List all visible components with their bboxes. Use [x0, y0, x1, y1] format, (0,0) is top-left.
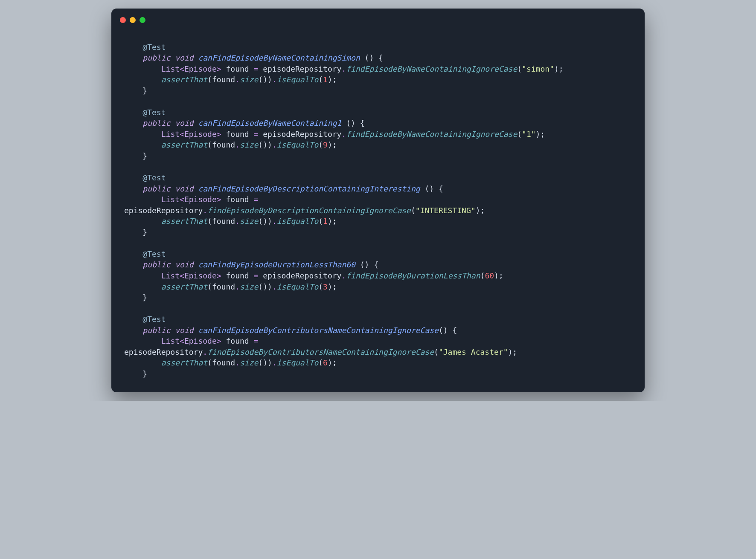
minimize-icon[interactable]: [130, 17, 136, 23]
maximize-icon[interactable]: [140, 17, 145, 23]
close-icon[interactable]: [120, 17, 126, 23]
code-content: @Test public void canFindEpisodeByNameCo…: [111, 31, 645, 379]
code-window: @Test public void canFindEpisodeByNameCo…: [111, 9, 645, 392]
window-titlebar: [111, 17, 645, 31]
